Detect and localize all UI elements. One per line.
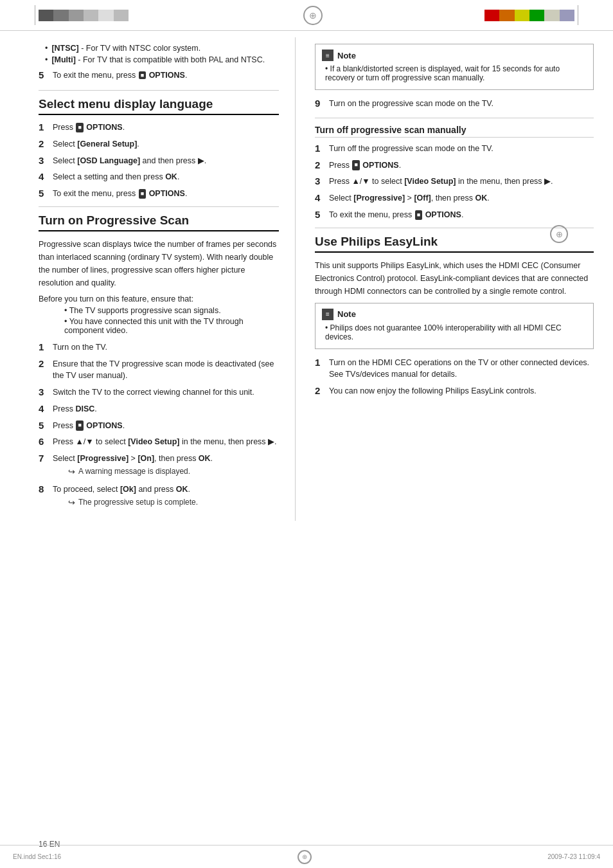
select-menu-title: Select menu display language xyxy=(39,97,279,115)
note-item-2: Philips does not guarantee 100% interope… xyxy=(325,323,587,341)
off-step-2: 2 Press ■ OPTIONS. xyxy=(315,159,594,172)
multi-text: - For TV that is compatible with both PA… xyxy=(76,55,265,64)
select-step-2: 2 Select [General Setup]. xyxy=(39,138,279,150)
progressive-scan-section: Turn on Progressive Scan Progressive sca… xyxy=(39,213,279,510)
divider-select xyxy=(39,206,279,207)
step9-list: 9 Turn on the progressive scan mode on t… xyxy=(315,98,594,110)
turn-off-section: Turn off progressive scan manually 1 Tur… xyxy=(315,125,594,221)
note-box-1: ≡ Note If a blank/distorted screen is di… xyxy=(315,44,594,90)
options-icon-intro: ■ xyxy=(139,71,146,79)
select-step-1: 1 Press ■ OPTIONS. xyxy=(39,122,279,134)
note-header-2: ≡ Note xyxy=(322,309,587,320)
turn-off-title: Turn off progressive scan manually xyxy=(315,125,594,138)
step-9: 9 Turn on the progressive scan mode on t… xyxy=(315,98,594,110)
off-step-5: 5 To exit the menu, press ■ OPTIONS. xyxy=(315,209,594,221)
off-step-4: 4 Select [Progressive] > [Off], then pre… xyxy=(315,192,594,204)
intro-step5-text: To exit the menu, press ■ OPTIONS. xyxy=(53,71,187,80)
easylink-step-1: 1 Turn on the HDMI CEC operations on the… xyxy=(315,357,594,381)
footer-left: EN.indd Sec1:16 xyxy=(13,853,61,860)
note-item-1: If a blank/distorted screen is displayed… xyxy=(325,64,587,82)
select-menu-section: Select menu display language 1 Press ■ O… xyxy=(39,97,279,200)
off-step-1: 1 Turn off the progressive scan mode on … xyxy=(315,143,594,155)
note-label-1: Note xyxy=(337,51,356,60)
options-icon-5: ■ xyxy=(139,189,146,199)
ntsc-text: - For TV with NTSC color system. xyxy=(79,44,200,53)
select-step-4: 4 Select a setting and then press OK. xyxy=(39,171,279,183)
ntsc-label: [NTSC] xyxy=(51,44,78,53)
ps-step-8: 8 To proceed, select [Ok] and press OK. … xyxy=(39,484,279,510)
ps-step-3: 3 Switch the TV to the correct viewing c… xyxy=(39,386,279,399)
ps-bullet-1: The TV supports progressive scan signals… xyxy=(64,306,279,315)
divider-turnoff xyxy=(315,118,594,118)
ps-step-7-note: A warning message is displayed. xyxy=(68,467,213,476)
easylink-section: Use Philips EasyLink This unit supports … xyxy=(315,235,594,397)
top-bar: ⊕ xyxy=(0,0,613,31)
easylink-desc: This unit supports Philips EasyLink, whi… xyxy=(315,259,594,298)
note-icon-1: ≡ xyxy=(322,50,333,61)
progressive-before-text: Before you turn on this feature, ensure … xyxy=(39,294,279,303)
options-icon-ps5: ■ xyxy=(76,420,83,431)
ps-step-2: 2 Ensure that the TV progressive scan mo… xyxy=(39,358,279,383)
easylink-steps: 1 Turn on the HDMI CEC operations on the… xyxy=(315,357,594,397)
ps-step-1: 1 Turn on the TV. xyxy=(39,341,279,354)
intro-step5: 5 To exit the menu, press ■ OPTIONS. xyxy=(39,69,279,80)
select-menu-steps: 1 Press ■ OPTIONS. 2 Select [General Set… xyxy=(39,122,279,200)
compass-icon-right: ⊕ xyxy=(531,225,587,243)
note-list-1: If a blank/distorted screen is displayed… xyxy=(322,64,587,82)
bullet-multi: [Multi] - For TV that is compatible with… xyxy=(45,55,279,64)
options-icon-1: ■ xyxy=(76,123,83,133)
bottom-bar: EN.indd Sec1:16 ⊕ 2009-7-23 11:09:4 xyxy=(0,845,613,868)
note-header-1: ≡ Note xyxy=(322,50,587,61)
progressive-scan-desc: Progressive scan displays twice the numb… xyxy=(39,238,279,289)
ps-step-8-note: The progressive setup is complete. xyxy=(68,498,198,507)
footer-right: 2009-7-23 11:09:4 xyxy=(547,853,600,860)
options-icon-off2: ■ xyxy=(352,160,359,170)
ps-step-5: 5 Press ■ OPTIONS. xyxy=(39,420,279,432)
compass-bottom: ⊕ xyxy=(278,850,331,864)
intro-bullets: [NTSC] - For TV with NTSC color system. … xyxy=(39,44,279,80)
note-box-2: ≡ Note Philips does not guarantee 100% i… xyxy=(315,303,594,349)
note-label-2: Note xyxy=(337,309,356,319)
ps-step-7: 7 Select [Progressive] > [On], then pres… xyxy=(39,453,279,479)
select-step-3: 3 Select [OSD Language] and then press ▶… xyxy=(39,155,279,167)
page-content: [NTSC] - For TV with NTSC color system. … xyxy=(0,31,613,527)
color-strip-left xyxy=(39,10,129,21)
select-step-5: 5 To exit the menu, press ■ OPTIONS. xyxy=(39,188,279,200)
bullet-ntsc: [NTSC] - For TV with NTSC color system. xyxy=(45,44,279,53)
note-icon-2: ≡ xyxy=(322,309,333,320)
compass-icon-left: ⊕ xyxy=(303,6,323,25)
off-step-3: 3 Press ▲/▼ to select [Video Setup] in t… xyxy=(315,176,594,188)
turn-off-steps: 1 Turn off the progressive scan mode on … xyxy=(315,143,594,221)
options-icon-off5: ■ xyxy=(415,210,422,221)
step9-text: Turn on the progressive scan mode on the… xyxy=(329,98,594,110)
multi-label: [Multi] xyxy=(51,55,75,64)
easylink-step-2: 2 You can now enjoy the following Philip… xyxy=(315,385,594,397)
ps-step-4: 4 Press DISC. xyxy=(39,403,279,415)
progressive-scan-title: Turn on Progressive Scan xyxy=(39,213,279,231)
right-column: ≡ Note If a blank/distorted screen is di… xyxy=(296,37,613,521)
ps-steps: 1 Turn on the TV. 2 Ensure that the TV p… xyxy=(39,341,279,510)
divider-intro xyxy=(39,90,279,91)
ps-bullet-2: You have connected this unit with the TV… xyxy=(64,317,279,335)
note-list-2: Philips does not guarantee 100% interope… xyxy=(322,323,587,341)
color-strip-right xyxy=(484,10,574,21)
ps-step-6: 6 Press ▲/▼ to select [Video Setup] in t… xyxy=(39,436,279,448)
left-column: [NTSC] - For TV with NTSC color system. … xyxy=(0,37,296,521)
